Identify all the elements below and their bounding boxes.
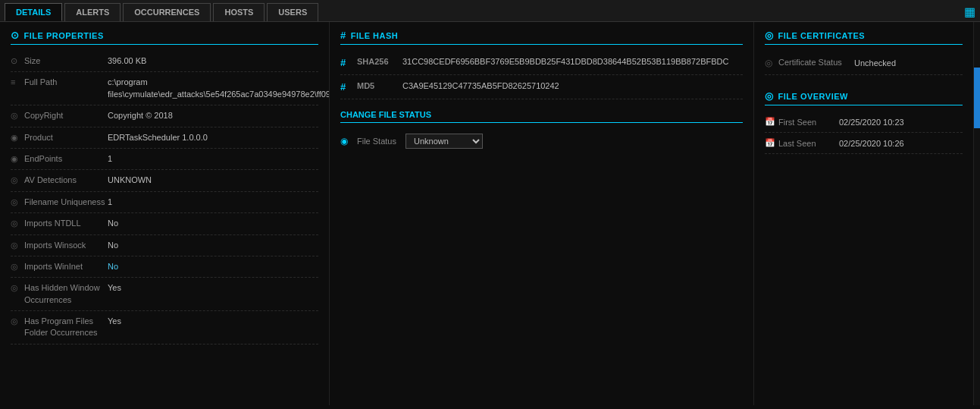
tab-users[interactable]: USERS	[267, 3, 318, 21]
size-icon: ⊙	[11, 56, 24, 66]
last-seen-label: Last Seen	[778, 139, 839, 148]
filename-unique-icon: ◎	[11, 197, 24, 207]
winsock-value: No	[108, 240, 318, 251]
endpoints-label: EndPoints	[24, 153, 108, 165]
file-status-label: File Status	[357, 137, 396, 146]
copyright-icon: ◎	[11, 111, 24, 121]
file-overview-header: ◎ FILE OVERVIEW	[765, 90, 963, 105]
fullpath-icon: ≡	[11, 77, 24, 87]
scrollbar-track[interactable]	[974, 22, 980, 405]
cert-status-row: ◎ Certificate Status Unchecked	[765, 51, 963, 75]
program-files-icon: ◎	[11, 316, 24, 326]
file-properties-col: ⊙ FILE PROPERTIES ⊙ Size 396.00 KB ≡ Ful…	[0, 22, 330, 405]
file-hash-header: # FILE HASH	[340, 30, 743, 45]
wininet-icon: ◎	[11, 262, 24, 272]
cert-status-label: Certificate Status	[778, 57, 854, 68]
first-seen-icon: 📅	[765, 117, 778, 127]
file-cert-header: ◎ FILE CERTIFICATES	[765, 30, 963, 45]
copyright-label: CopyRight	[24, 110, 108, 121]
prop-size: ⊙ Size 396.00 KB	[11, 51, 318, 72]
file-hash-col: # FILE HASH # SHA256 31CC98CEDF6956BBF37…	[330, 22, 754, 405]
prop-av-detections: ◎ AV Detections UNKNOWN	[11, 170, 318, 191]
md5-value: C3A9E45129C47735AB5FD82625710242	[402, 81, 743, 90]
first-seen-label: First Seen	[778, 118, 839, 127]
prop-filename-uniqueness: ◎ Filename Uniqueness 1	[11, 192, 318, 213]
av-value: UNKNOWN	[108, 175, 318, 186]
tab-occurrences[interactable]: OCCURRENCES	[123, 3, 211, 21]
hidden-window-value: Yes	[108, 282, 318, 294]
file-status-row: ◉ File Status Unknown Malicious Benign S…	[340, 131, 743, 152]
hash-md5-row: # MD5 C3A9E45129C47735AB5FD82625710242	[340, 75, 743, 99]
fullpath-value: c:\program files\cymulate\edr_attacks\5e…	[108, 77, 330, 100]
cert-section-icon: ◎	[765, 30, 774, 41]
wininet-label: Imports WinInet	[24, 261, 108, 272]
scrollbar-thumb[interactable]	[974, 68, 980, 128]
file-properties-header: ⊙ FILE PROPERTIES	[11, 30, 318, 45]
md5-hash-icon: #	[340, 81, 357, 93]
product-label: Product	[24, 132, 108, 143]
sha256-label: SHA256	[357, 57, 402, 66]
sha256-value: 31CC98CEDF6956BBF3769E5B9BDB25F431DBD8D3…	[402, 57, 743, 66]
last-seen-row: 📅 Last Seen 02/25/2020 10:26	[765, 133, 963, 154]
ntdll-icon: ◎	[11, 219, 24, 228]
endpoints-value: 1	[108, 153, 318, 165]
sha256-hash-icon: #	[340, 57, 357, 68]
file-status-radio: ◉	[340, 136, 357, 146]
file-status-select[interactable]: Unknown Malicious Benign Suspicious	[405, 134, 483, 149]
first-seen-row: 📅 First Seen 02/25/2020 10:23	[765, 112, 963, 133]
product-value: EDRTaskScheduler 1.0.0.0	[108, 132, 318, 143]
endpoints-icon: ◉	[11, 154, 24, 164]
grid-icon: ▦	[964, 5, 975, 19]
hash-sha256-row: # SHA256 31CC98CEDF6956BBF3769E5B9BDB25F…	[340, 51, 743, 75]
copyright-value: Copyright © 2018	[108, 110, 318, 121]
tab-details[interactable]: DETAILS	[5, 3, 62, 21]
tab-alerts[interactable]: ALERTS	[64, 3, 121, 21]
file-cert-col: ◎ FILE CERTIFICATES ◎ Certificate Status…	[754, 22, 974, 405]
overview-section-icon: ◎	[765, 90, 774, 102]
file-props-icon: ⊙	[11, 30, 20, 41]
tab-hosts[interactable]: HOSTS	[213, 3, 265, 21]
change-status-header: CHANGE FILE STATUS	[340, 110, 743, 123]
filename-unique-label: Filename Uniqueness	[24, 197, 108, 208]
cert-status-value: Unchecked	[854, 58, 896, 68]
prop-hidden-window: ◎ Has Hidden Window Occurrences Yes	[11, 278, 318, 311]
md5-label: MD5	[357, 81, 402, 90]
prop-imports-ntdll: ◎ Imports NTDLL No	[11, 213, 318, 234]
av-label: AV Detections	[24, 175, 108, 186]
winsock-label: Imports Winsock	[24, 240, 108, 251]
hash-section-icon: #	[340, 30, 346, 41]
hidden-window-icon: ◎	[11, 283, 24, 293]
cert-icon: ◎	[765, 58, 778, 68]
prop-product: ◉ Product EDRTaskScheduler 1.0.0.0	[11, 127, 318, 149]
last-seen-icon: 📅	[765, 138, 778, 148]
hidden-window-label: Has Hidden Window Occurrences	[24, 282, 108, 306]
av-icon: ◎	[11, 175, 24, 185]
content-area: ⊙ FILE PROPERTIES ⊙ Size 396.00 KB ≡ Ful…	[0, 22, 980, 405]
fullpath-label: Full Path	[24, 77, 108, 88]
prop-fullpath: ≡ Full Path c:\program files\cymulate\ed…	[11, 72, 318, 105]
size-value: 396.00 KB	[108, 55, 318, 67]
prop-imports-wininet: ◎ Imports WinInet No	[11, 256, 318, 278]
prop-imports-winsock: ◎ Imports Winsock No	[11, 235, 318, 256]
prop-copyright: ◎ CopyRight Copyright © 2018	[11, 105, 318, 127]
filename-unique-value: 1	[108, 197, 318, 208]
top-tabs-bar: DETAILS ALERTS OCCURRENCES HOSTS USERS ▦	[0, 0, 980, 22]
ntdll-label: Imports NTDLL	[24, 218, 108, 229]
prop-program-files: ◎ Has Program Files Folder Occurrences Y…	[11, 311, 318, 345]
program-files-value: Yes	[108, 316, 318, 327]
last-seen-value: 02/25/2020 10:26	[839, 139, 904, 148]
first-seen-value: 02/25/2020 10:23	[839, 118, 904, 127]
prop-endpoints: ◉ EndPoints 1	[11, 149, 318, 170]
product-icon: ◉	[11, 133, 24, 143]
program-files-label: Has Program Files Folder Occurrences	[24, 316, 108, 339]
wininet-value: No	[108, 261, 318, 272]
ntdll-value: No	[108, 218, 318, 229]
size-label: Size	[24, 55, 108, 67]
winsock-icon: ◎	[11, 241, 24, 250]
